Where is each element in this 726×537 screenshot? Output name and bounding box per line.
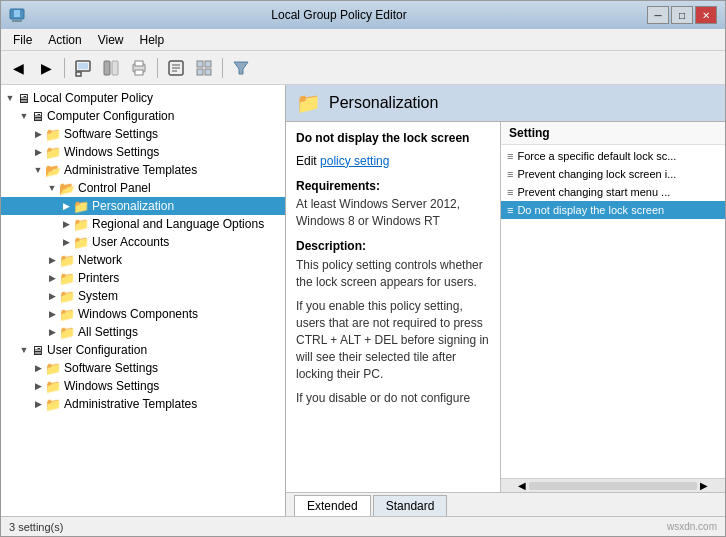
scroll-right-button[interactable]: ▶ [697,480,711,491]
expand-all-settings[interactable]: ▶ [45,325,59,339]
svg-marker-19 [234,62,248,74]
tree-item-personalization[interactable]: ▶ 📁 Personalization [1,197,285,215]
scroll-track [529,482,697,490]
print-button[interactable] [126,55,152,81]
setting-item-icon-do-not-display: ≡ [507,204,513,216]
tree-item-windows-components[interactable]: ▶ 📁 Windows Components [1,305,285,323]
tree-item-network[interactable]: ▶ 📁 Network [1,251,285,269]
tree-label-system: System [78,289,281,303]
tree-item-computer-configuration[interactable]: ▼ 🖥 Computer Configuration [1,107,285,125]
tree-label-software-settings-2: Software Settings [64,361,281,375]
expand-windows-settings-1[interactable]: ▶ [31,145,45,159]
right-content: Do not display the lock screen Edit poli… [286,122,725,492]
setting-item-label-prevent-start-menu: Prevent changing start menu ... [517,186,719,198]
expand-windows-components[interactable]: ▶ [45,307,59,321]
tree-label-user-accounts: User Accounts [92,235,281,249]
description-pane: Do not display the lock screen Edit poli… [286,122,501,492]
expand-regional[interactable]: ▶ [59,217,73,231]
expand-system[interactable]: ▶ [45,289,59,303]
forward-button[interactable]: ▶ [33,55,59,81]
right-header: 📁 Personalization [286,85,725,122]
properties-button[interactable] [163,55,189,81]
tree-item-system[interactable]: ▶ 📁 System [1,287,285,305]
setting-item-do-not-display[interactable]: ≡ Do not display the lock screen [501,201,725,219]
expand-user-accounts[interactable]: ▶ [59,235,73,249]
expand-computer-configuration[interactable]: ▼ [17,109,31,123]
expand-windows-settings-2[interactable]: ▶ [31,379,45,393]
expand-administrative-templates[interactable]: ▼ [31,163,45,177]
tree-label-control-panel: Control Panel [78,181,281,195]
tree-item-user-accounts[interactable]: ▶ 📁 User Accounts [1,233,285,251]
tree-label-all-settings: All Settings [78,325,281,339]
horizontal-scrollbar[interactable]: ◀ ▶ [501,478,725,492]
expand-software-settings-2[interactable]: ▶ [31,361,45,375]
selected-setting-name: Do not display the lock screen [296,130,490,147]
menu-action[interactable]: Action [40,31,89,49]
expand-local-computer-policy[interactable]: ▼ [3,91,17,105]
branding: wsxdn.com [667,521,717,532]
tree-item-printers[interactable]: ▶ 📁 Printers [1,269,285,287]
filter-button[interactable] [228,55,254,81]
tree-item-administrative-templates[interactable]: ▼ 📂 Administrative Templates [1,161,285,179]
more-text-container: If you disable or do not configure [296,390,490,407]
menu-help[interactable]: Help [132,31,173,49]
tree-label-administrative-templates: Administrative Templates [64,163,281,177]
svg-rect-1 [12,20,22,22]
tree-item-windows-settings-1[interactable]: ▶ 📁 Windows Settings [1,143,285,161]
expand-printers[interactable]: ▶ [45,271,59,285]
tab-extended[interactable]: Extended [294,495,371,516]
description-container: Description: This policy setting control… [296,238,490,290]
tree-label-user-configuration: User Configuration [47,343,281,357]
menu-view[interactable]: View [90,31,132,49]
expand-software-settings-1[interactable]: ▶ [31,127,45,141]
tree-item-windows-settings-2[interactable]: ▶ 📁 Windows Settings [1,377,285,395]
svg-rect-4 [78,63,88,69]
tree-label-network: Network [78,253,281,267]
expand-administrative-templates-2[interactable]: ▶ [31,397,45,411]
tree-label-computer-configuration: Computer Configuration [47,109,281,123]
svg-rect-17 [197,69,203,75]
tree-item-control-panel[interactable]: ▼ 📂 Control Panel [1,179,285,197]
body-text-container: If you enable this policy setting, users… [296,298,490,382]
menu-file[interactable]: File [5,31,40,49]
tree-item-user-configuration[interactable]: ▼ 🖥 User Configuration [1,341,285,359]
policy-setting-link[interactable]: policy setting [320,154,389,168]
expand-user-configuration[interactable]: ▼ [17,343,31,357]
svg-rect-16 [205,61,211,67]
tabs-bar: Extended Standard [286,492,725,516]
svg-rect-6 [104,61,110,75]
show-hide-button[interactable] [98,55,124,81]
view-button[interactable] [191,55,217,81]
setting-item-prevent-lock-screen[interactable]: ≡ Prevent changing lock screen i... [501,165,725,183]
expand-personalization[interactable]: ▶ [59,199,73,213]
expand-network[interactable]: ▶ [45,253,59,267]
menu-bar: File Action View Help [1,29,725,51]
edit-link-container: Edit policy setting [296,153,490,170]
tree-label-administrative-templates-2: Administrative Templates [64,397,281,411]
setting-item-icon-force-lock: ≡ [507,150,513,162]
status-text: 3 setting(s) [9,521,63,533]
close-button[interactable]: ✕ [695,6,717,24]
tree-panel: ▼ 🖥 Local Computer Policy ▼ 🖥 Computer C… [1,85,286,516]
expand-control-panel[interactable]: ▼ [45,181,59,195]
tree-item-software-settings-1[interactable]: ▶ 📁 Software Settings [1,125,285,143]
tree-item-all-settings[interactable]: ▶ 📁 All Settings [1,323,285,341]
app-icon [9,7,25,23]
tab-standard[interactable]: Standard [373,495,448,516]
tree-item-local-computer-policy[interactable]: ▼ 🖥 Local Computer Policy [1,89,285,107]
setting-item-force-lock[interactable]: ≡ Force a specific default lock sc... [501,147,725,165]
status-bar: 3 setting(s) wsxdn.com [1,516,725,536]
up-button[interactable] [70,55,96,81]
setting-item-prevent-start-menu[interactable]: ≡ Prevent changing start menu ... [501,183,725,201]
minimize-button[interactable]: ─ [647,6,669,24]
setting-item-label-force-lock: Force a specific default lock sc... [517,150,719,162]
toolbar: ◀ ▶ [1,51,725,85]
toolbar-separator-3 [222,58,223,78]
maximize-button[interactable]: □ [671,6,693,24]
scroll-left-button[interactable]: ◀ [515,480,529,491]
tree-item-software-settings-2[interactable]: ▶ 📁 Software Settings [1,359,285,377]
back-button[interactable]: ◀ [5,55,31,81]
tree-item-administrative-templates-2[interactable]: ▶ 📁 Administrative Templates [1,395,285,413]
svg-rect-7 [112,61,118,75]
tree-item-regional[interactable]: ▶ 📁 Regional and Language Options [1,215,285,233]
